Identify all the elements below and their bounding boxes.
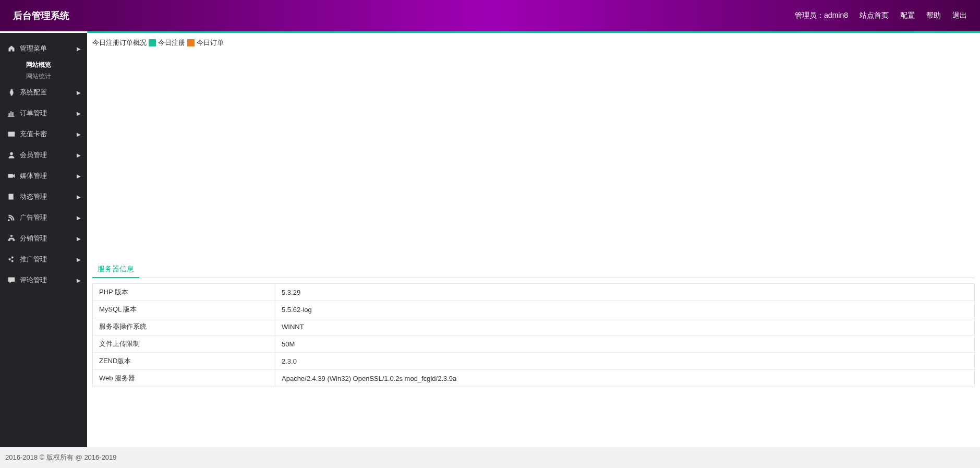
- sidebar-item-label: 系统配置: [20, 88, 47, 97]
- table-row: Web 服务器Apache/2.4.39 (Win32) OpenSSL/1.0…: [93, 370, 975, 387]
- chart-area: [92, 47, 975, 261]
- info-key: Web 服务器: [93, 370, 275, 387]
- tab-bar: 服务器信息: [92, 261, 975, 278]
- admin-label: 管理员：admin8: [795, 11, 848, 20]
- user-icon: [7, 151, 16, 159]
- sidebar-item-7[interactable]: 广告管理▶: [0, 207, 87, 228]
- main-content: 今日注册订单概况 今日注册 今日订单 服务器信息 PHP 版本5.3.29MyS…: [87, 33, 980, 447]
- header: 后台管理系统 管理员：admin8 站点首页 配置 帮助 退出: [0, 0, 980, 31]
- info-value: WINNT: [275, 318, 975, 335]
- chart-title: 今日注册订单概况: [92, 38, 147, 47]
- footer: 2016-2018 © 版权所有 @ 2016-2019: [0, 447, 980, 468]
- table-row: MySQL 版本5.5.62-log: [93, 301, 975, 318]
- sidebar-item-5[interactable]: 媒体管理▶: [0, 165, 87, 186]
- sidebar-item-label: 推广管理: [20, 255, 47, 264]
- rss-icon: [7, 213, 16, 222]
- footer-text: 2016-2018 © 版权所有 @ 2016-2019: [5, 453, 117, 461]
- sidebar: 管理菜单▶网站概览网站统计系统配置▶订单管理▶充值卡密▶会员管理▶媒体管理▶动态…: [0, 33, 87, 447]
- chart-title-row: 今日注册订单概况 今日注册 今日订单: [92, 38, 975, 47]
- sidebar-item-label: 会员管理: [20, 150, 47, 160]
- info-key: PHP 版本: [93, 284, 275, 301]
- config-link[interactable]: 配置: [900, 11, 915, 20]
- server-info-table: PHP 版本5.3.29MySQL 版本5.5.62-log服务器操作系统WIN…: [92, 283, 975, 387]
- info-value: 50M: [275, 335, 975, 353]
- caret-right-icon: ▶: [77, 46, 81, 52]
- info-value: 5.5.62-log: [275, 301, 975, 318]
- table-row: PHP 版本5.3.29: [93, 284, 975, 301]
- info-value: 5.3.29: [275, 284, 975, 301]
- sidebar-item-9[interactable]: 推广管理▶: [0, 249, 87, 270]
- caret-right-icon: ▶: [77, 90, 81, 95]
- caret-right-icon: ▶: [77, 278, 81, 283]
- sidebar-submenu-0: 网站概览网站统计: [0, 59, 87, 82]
- sidebar-item-label: 分销管理: [20, 234, 47, 243]
- sidebar-item-label: 订单管理: [20, 109, 47, 118]
- help-link[interactable]: 帮助: [926, 11, 941, 20]
- sidebar-item-4[interactable]: 会员管理▶: [0, 145, 87, 165]
- info-key: MySQL 版本: [93, 301, 275, 318]
- legend-swatch-register: [149, 39, 156, 46]
- info-value: Apache/2.4.39 (Win32) OpenSSL/1.0.2s mod…: [275, 370, 975, 387]
- sidebar-item-label: 评论管理: [20, 275, 47, 285]
- comment-icon: [7, 276, 16, 284]
- table-row: ZEND版本2.3.0: [93, 353, 975, 370]
- sidebar-item-1[interactable]: 系统配置▶: [0, 82, 87, 103]
- info-key: 服务器操作系统: [93, 318, 275, 335]
- video-icon: [7, 172, 16, 180]
- share-icon: [7, 255, 16, 263]
- legend-swatch-order: [187, 39, 195, 46]
- home-link[interactable]: 站点首页: [860, 11, 889, 20]
- book-icon: [7, 193, 16, 201]
- sidebar-item-label: 管理菜单: [20, 44, 47, 53]
- caret-right-icon: ▶: [77, 131, 81, 137]
- caret-right-icon: ▶: [77, 173, 81, 179]
- sidebar-item-8[interactable]: 分销管理▶: [0, 228, 87, 249]
- tab-server-info[interactable]: 服务器信息: [92, 261, 139, 278]
- info-key: ZEND版本: [93, 353, 275, 370]
- caret-right-icon: ▶: [77, 194, 81, 200]
- legend-label-register: 今日注册: [158, 38, 185, 47]
- sidebar-item-0[interactable]: 管理菜单▶: [0, 38, 87, 59]
- sidebar-item-label: 动态管理: [20, 192, 47, 201]
- caret-right-icon: ▶: [77, 152, 81, 158]
- table-row: 服务器操作系统WINNT: [93, 318, 975, 335]
- sidebar-item-10[interactable]: 评论管理▶: [0, 270, 87, 291]
- sidebar-item-label: 媒体管理: [20, 171, 47, 181]
- app-title: 后台管理系统: [13, 9, 69, 22]
- info-key: 文件上传限制: [93, 335, 275, 353]
- sidebar-sub-item-0-0[interactable]: 网站概览: [0, 59, 87, 70]
- table-row: 文件上传限制50M: [93, 335, 975, 353]
- sidebar-item-6[interactable]: 动态管理▶: [0, 186, 87, 207]
- header-nav: 管理员：admin8 站点首页 配置 帮助 退出: [795, 11, 967, 20]
- legend-label-order: 今日订单: [197, 38, 224, 47]
- sitemap-icon: [7, 234, 16, 243]
- caret-right-icon: ▶: [77, 257, 81, 262]
- bar-chart-icon: [7, 109, 16, 117]
- home-icon: [7, 44, 16, 53]
- sidebar-item-label: 广告管理: [20, 213, 47, 222]
- caret-right-icon: ▶: [77, 111, 81, 116]
- caret-right-icon: ▶: [77, 215, 81, 221]
- caret-right-icon: ▶: [77, 236, 81, 242]
- info-value: 2.3.0: [275, 353, 975, 370]
- sidebar-sub-item-0-1[interactable]: 网站统计: [0, 70, 87, 82]
- logout-link[interactable]: 退出: [952, 11, 967, 20]
- credit-card-icon: [7, 130, 16, 138]
- cogs-icon: [7, 88, 16, 97]
- sidebar-item-3[interactable]: 充值卡密▶: [0, 124, 87, 145]
- sidebar-item-2[interactable]: 订单管理▶: [0, 103, 87, 124]
- sidebar-item-label: 充值卡密: [20, 129, 47, 139]
